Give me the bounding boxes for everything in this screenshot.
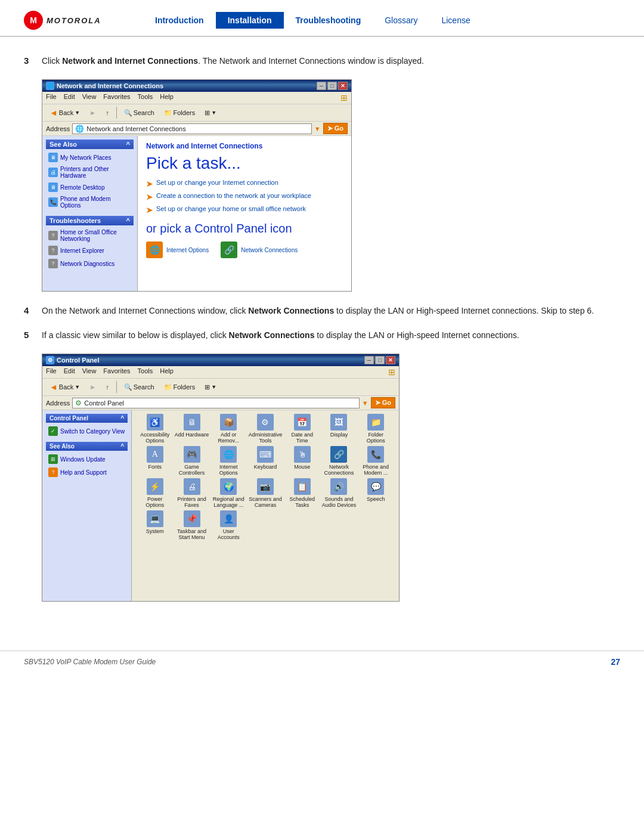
cp-icons-grid: ♿ Accessibility Options 🖥 Add Hardware 📦… xyxy=(138,414,393,540)
tab-license[interactable]: License xyxy=(429,12,482,29)
cp-panel-header[interactable]: Control Panel ^ xyxy=(46,414,128,423)
see-also-collapse-1: ^ xyxy=(126,141,130,148)
cp-internet-opts[interactable]: 🌐 Internet Options xyxy=(211,446,246,476)
menu-favorites-2[interactable]: Favorites xyxy=(103,367,130,377)
cp-power[interactable]: ⚡ Power Options xyxy=(138,478,172,508)
folders-button-2[interactable]: 📁 Folders xyxy=(160,382,199,393)
cp-mouse[interactable]: 🖱 Mouse xyxy=(285,446,320,476)
my-network-icon: 🖥 xyxy=(48,153,58,162)
go-button-2[interactable]: ➤ Go xyxy=(371,397,395,408)
cp-accessibility[interactable]: ♿ Accessibility Options xyxy=(138,414,172,444)
address-dropdown-1[interactable]: ▼ xyxy=(314,125,321,132)
cp-fonts-icon: A xyxy=(147,446,163,463)
cp-system[interactable]: 💻 System xyxy=(138,510,172,540)
view-button-1[interactable]: ⊞ ▼ xyxy=(201,107,220,119)
cp-scheduled[interactable]: 📋 Scheduled Tasks xyxy=(285,478,320,508)
menu-view-1[interactable]: View xyxy=(82,93,97,103)
back-button-1[interactable]: ◄ Back ▼ xyxy=(46,106,83,119)
menu-file-2[interactable]: File xyxy=(46,367,57,377)
minimize-button-1[interactable]: ─ xyxy=(317,82,326,90)
minimize-button-2[interactable]: ─ xyxy=(364,356,374,364)
cp-add-hardware[interactable]: 🖥 Add Hardware xyxy=(175,414,209,444)
win-controls-2[interactable]: ─ □ ✕ xyxy=(364,356,395,364)
panel-item-printers[interactable]: 🖨 Printers and Other Hardware xyxy=(46,165,134,180)
tab-introduction[interactable]: Introduction xyxy=(143,12,216,29)
address-dropdown-2[interactable]: ▼ xyxy=(362,400,369,407)
cp-game-ctrl[interactable]: 🎮 Game Controllers xyxy=(175,446,209,476)
cp-keyboard[interactable]: ⌨ Keyboard xyxy=(248,446,283,476)
cp-folder-options[interactable]: 📁 Folder Options xyxy=(358,414,393,444)
tab-installation[interactable]: Installation xyxy=(216,12,284,29)
panel-item-home-office[interactable]: ? Home or Small Office Networking xyxy=(46,228,134,243)
cp-fonts[interactable]: A Fonts xyxy=(138,446,172,476)
cp-date-time[interactable]: 📅 Date and Time xyxy=(285,414,320,444)
panel-item-modem[interactable]: 📞 Phone and Modem Options xyxy=(46,194,134,210)
cp-network-conn[interactable]: 🔗 Network Connections xyxy=(322,446,357,476)
panel-item-net-diag[interactable]: ? Network Diagnostics xyxy=(46,258,134,270)
up-button-1[interactable]: ↑ xyxy=(102,107,113,118)
maximize-button-2[interactable]: □ xyxy=(375,356,385,364)
address-field-2[interactable]: ⚙ Control Panel xyxy=(72,398,359,408)
win-controls-1[interactable]: ─ □ ✕ xyxy=(317,82,348,90)
cp-admin-tools[interactable]: ⚙ Administrative Tools xyxy=(248,414,283,444)
troubleshooters-header-1[interactable]: Troubleshooters ^ xyxy=(46,216,134,225)
internet-options-label: Internet Options xyxy=(166,247,209,253)
folders-button-1[interactable]: 📁 Folders xyxy=(160,107,199,119)
menu-help-2[interactable]: Help xyxy=(160,367,174,377)
go-button-1[interactable]: ➤ Go xyxy=(323,123,348,134)
cp-add-remove[interactable]: 📦 Add or Remov... xyxy=(211,414,246,444)
search-button-1[interactable]: 🔍 Search xyxy=(120,107,158,119)
forward-button-1[interactable]: ► xyxy=(86,107,100,118)
cp-display[interactable]: 🖼 Display xyxy=(322,414,357,444)
cp-windows-update[interactable]: ⊞ Windows Update xyxy=(46,453,128,465)
cp-switch-view[interactable]: ✓ Switch to Category View xyxy=(46,425,128,437)
cp-mouse-label: Mouse xyxy=(294,464,310,470)
menu-tools-2[interactable]: Tools xyxy=(138,367,153,377)
cp-regional[interactable]: 🌍 Regional and Language ... xyxy=(211,478,246,508)
menu-edit-1[interactable]: Edit xyxy=(64,93,75,103)
menu-file-1[interactable]: File xyxy=(46,93,57,103)
cp-user-accounts[interactable]: 👤 User Accounts xyxy=(211,510,246,540)
maximize-button-1[interactable]: □ xyxy=(327,82,337,90)
tab-troubleshooting[interactable]: Troubleshooting xyxy=(284,12,373,29)
cp-taskbar-icon: 📌 xyxy=(184,510,200,527)
cp-scanners[interactable]: 📷 Scanners and Cameras xyxy=(248,478,283,508)
menu-view-2[interactable]: View xyxy=(82,367,97,377)
win-titlebar-1: 🌐 Network and Internet Connections ─ □ ✕ xyxy=(42,80,351,92)
panel-item-my-network[interactable]: 🖥 My Network Places xyxy=(46,151,134,163)
cp-printers[interactable]: 🖨 Printers and Faxes xyxy=(175,478,209,508)
up-button-2[interactable]: ↑ xyxy=(102,382,113,392)
network-connections-icon[interactable]: 🔗 Network Connections xyxy=(221,241,298,258)
win-body-1: See Also ^ 🖥 My Network Places 🖨 Printer… xyxy=(42,136,351,291)
task-item-2[interactable]: ➤ Create a connection to the network at … xyxy=(146,192,343,202)
cp-speech[interactable]: 💬 Speech xyxy=(358,478,393,508)
panel-item-remote[interactable]: 🖥 Remote Desktop xyxy=(46,181,134,193)
task-item-3[interactable]: ➤ Set up or change your home or small of… xyxy=(146,205,343,215)
menu-favorites-1[interactable]: Favorites xyxy=(103,93,130,103)
menubar-2: File Edit View Favorites Tools Help ⊞ xyxy=(42,366,399,379)
cp-phone-modem[interactable]: 📞 Phone and Modem ... xyxy=(358,446,393,476)
cp-display-label: Display xyxy=(330,432,348,438)
search-button-2[interactable]: 🔍 Search xyxy=(120,382,158,393)
menu-tools-1[interactable]: Tools xyxy=(138,93,153,103)
back-button-2[interactable]: ◄ Back ▼ xyxy=(46,380,83,394)
menu-help-1[interactable]: Help xyxy=(160,93,174,103)
cp-help-support[interactable]: ? Help and Support xyxy=(46,466,128,478)
cp-network-conn-label: Network Connections xyxy=(322,464,357,476)
menu-edit-2[interactable]: Edit xyxy=(64,367,75,377)
address-field-1[interactable]: 🌐 Network and Internet Connections xyxy=(72,123,311,134)
cp-taskbar[interactable]: 📌 Taskbar and Start Menu xyxy=(175,510,209,540)
cp-sounds[interactable]: 🔊 Sounds and Audio Devices xyxy=(322,478,357,508)
close-button-2[interactable]: ✕ xyxy=(386,356,395,364)
see-also-header-1[interactable]: See Also ^ xyxy=(46,140,134,149)
cp-internet-opts-label: Internet Options xyxy=(211,464,246,476)
tab-glossary[interactable]: Glossary xyxy=(373,12,429,29)
internet-options-icon[interactable]: 🌐 Internet Options xyxy=(146,241,209,258)
panel-item-ie[interactable]: ? Internet Explorer xyxy=(46,244,134,256)
titlebar-left-2: ⚙ Control Panel xyxy=(46,356,100,364)
cp-see-also-header[interactable]: See Also ^ xyxy=(46,442,128,451)
close-button-1[interactable]: ✕ xyxy=(338,82,348,90)
task-item-1[interactable]: ➤ Set up or change your Internet connect… xyxy=(146,179,343,188)
forward-button-2[interactable]: ► xyxy=(86,382,100,392)
view-button-2[interactable]: ⊞ ▼ xyxy=(201,382,220,393)
